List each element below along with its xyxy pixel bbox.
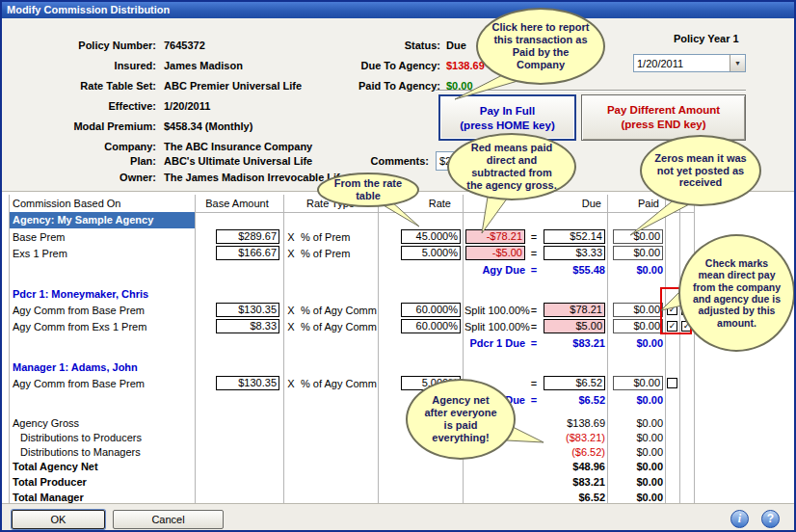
summary-row-dist-managers: Distributions to Managers ($6.52) $0.00	[10, 444, 694, 459]
base-amount-input[interactable]: $130.35	[216, 376, 279, 390]
window-title: Modify Commission Distribution	[7, 4, 170, 15]
manager-title: Manager 1: Adams, John	[10, 361, 195, 373]
callout-agency-net: Agency net after everyone is paid everyt…	[406, 379, 516, 460]
base-amount-input[interactable]: $130.35	[216, 303, 279, 317]
mgr-due-value: $6.52	[541, 394, 607, 406]
row-label: Agy Comm from Base Prem	[10, 378, 195, 389]
summary-paid: $0.00	[607, 432, 665, 443]
equals-sign: =	[527, 248, 541, 259]
rate-table-set-row: Rate Table Set:ABC Premier Universal Lif…	[2, 79, 302, 93]
equals-sign: =	[527, 321, 541, 332]
base-amount-input[interactable]: $166.67	[216, 246, 279, 260]
base-amount-input[interactable]: $289.67	[216, 229, 279, 244]
due-to-agency-row: Due To Agency:$138.69	[330, 59, 485, 72]
cancel-button[interactable]: Cancel	[113, 510, 224, 529]
effective-label: Effective:	[2, 99, 156, 113]
spacer	[10, 408, 694, 415]
plan-label: Plan:	[2, 154, 156, 168]
direct-paid-adjustment[interactable]: -$5.00	[465, 246, 525, 260]
paid-input[interactable]: $0.00	[613, 376, 663, 390]
insured-value: James Madison	[164, 60, 243, 71]
due-input[interactable]: $78.21	[544, 303, 605, 317]
summary-paid: $0.00	[607, 461, 665, 472]
agency-title: Agency: My Sample Agency	[10, 212, 195, 228]
summary-label: Total Producer	[10, 476, 195, 488]
summary-due: ($6.52)	[541, 446, 607, 458]
due-input[interactable]: $6.52	[544, 376, 605, 390]
summary-label: Agency Gross	[10, 417, 195, 429]
summary-paid: $0.00	[607, 417, 665, 429]
rate-input[interactable]: 45.000%	[401, 229, 461, 244]
summary-due: $83.21	[541, 476, 607, 488]
summary-label: Total Agency Net	[10, 461, 195, 472]
info-icon[interactable]: i	[730, 510, 749, 528]
due-input[interactable]: $3.33	[544, 246, 605, 260]
row-label: Exs 1 Prem	[10, 248, 195, 259]
paid-input[interactable]: $0.00	[613, 319, 663, 333]
col-header-base-amount: Base Amount	[195, 198, 283, 209]
producer-title: Pdcr 1: Moneymaker, Chris	[10, 288, 195, 300]
row-label: Agy Comm from Exs 1 Prem	[10, 321, 195, 332]
company-row: Company:The ABC Insurance Company	[2, 140, 312, 153]
equals-sign: =	[527, 378, 541, 389]
spacer	[10, 278, 694, 285]
multiply-sign: X	[283, 321, 299, 332]
equals-sign: =	[527, 231, 541, 243]
paid-input[interactable]: $0.00	[613, 246, 663, 260]
row-label: Agy Comm from Base Prem	[10, 305, 195, 316]
rate-type-value: % of Agy Comm	[299, 321, 378, 332]
plan-value: ABC's Ultimate Universal Life	[164, 155, 312, 167]
rate-input[interactable]: 60.000%	[401, 319, 461, 333]
rate-type-value: % of Agy Comm	[299, 378, 378, 389]
effective-date-dropdown-value: 1/20/2011	[634, 58, 730, 69]
modify-commission-distribution-dialog: Modify Commission Distribution Policy Nu…	[0, 0, 796, 532]
rate-type-value: % of Agy Comm	[299, 305, 378, 316]
callout-zeros: Zeros mean it was not yet posted as rece…	[640, 135, 761, 206]
base-amount-input[interactable]: $8.33	[216, 319, 279, 333]
summary-row-agency-gross: Agency Gross $138.69 $0.00	[10, 415, 694, 430]
agency-section-header[interactable]: Agency: My Sample Agency	[10, 212, 694, 228]
direct-pay-checkbox[interactable]	[667, 378, 677, 388]
grid-vline	[694, 195, 695, 503]
comments-row: Comments:	[318, 154, 435, 168]
due-input[interactable]: $5.00	[544, 319, 605, 333]
title-bar[interactable]: Modify Commission Distribution	[2, 2, 794, 18]
rate-type-value: % of Prem	[299, 248, 378, 259]
modal-premium-row: Modal Premium:$458.34 (Monthly)	[2, 120, 252, 133]
modal-premium-label: Modal Premium:	[2, 120, 156, 133]
row-label: Base Prem	[10, 231, 195, 243]
agy-paid-value: $0.00	[607, 264, 665, 276]
rate-input[interactable]: 5.000%	[401, 246, 461, 260]
paid-input[interactable]: $0.00	[613, 303, 663, 317]
help-icon[interactable]: ?	[761, 510, 780, 528]
due-input[interactable]: $52.14	[544, 229, 605, 244]
rate-input[interactable]: 60.000%	[401, 303, 461, 317]
summary-paid: $0.00	[607, 446, 665, 458]
summary-row-dist-producers: Distributions to Producers ($83.21) $0.0…	[10, 430, 694, 444]
table-row-producer-exs: Agy Comm from Exs 1 Prem $8.33 X % of Ag…	[10, 318, 694, 334]
summary-row-total-producer: Total Producer $83.21 $0.00	[10, 474, 694, 490]
pdcr-due-label: Pdcr 1 Due	[378, 337, 527, 349]
summary-due: ($83.21)	[541, 432, 607, 443]
policy-number-label: Policy Number:	[2, 39, 156, 52]
status-label: Status:	[330, 39, 440, 52]
multiply-sign: X	[283, 378, 299, 389]
insured-row: Insured:James Madison	[2, 59, 243, 72]
policy-year-label: Policy Year 1	[674, 32, 739, 45]
split-value: Split 100.00%	[463, 305, 527, 316]
policy-number-row: Policy Number:7645372	[2, 39, 205, 52]
rate-table-set-value: ABC Premier Universal Life	[164, 80, 302, 92]
pay-different-amount-button[interactable]: Pay Different Amount (press END key)	[581, 94, 746, 141]
split-value: Split 100.00%	[463, 321, 527, 332]
paid-input[interactable]: $0.00	[613, 229, 663, 244]
summary-row-total-agency-net: Total Agency Net $48.96 $0.00	[10, 459, 694, 474]
summary-label: Distributions to Managers	[10, 446, 195, 458]
summary-due: $6.52	[541, 492, 607, 503]
status-row: Status:Due	[330, 39, 466, 52]
chevron-down-icon[interactable]: ▼	[730, 55, 745, 71]
owner-label: Owner:	[2, 171, 156, 184]
multiply-sign: X	[283, 231, 299, 243]
effective-date-dropdown[interactable]: 1/20/2011 ▼	[633, 54, 746, 72]
ok-button[interactable]: OK	[12, 510, 105, 529]
direct-paid-adjustment[interactable]: -$78.21	[465, 229, 525, 244]
